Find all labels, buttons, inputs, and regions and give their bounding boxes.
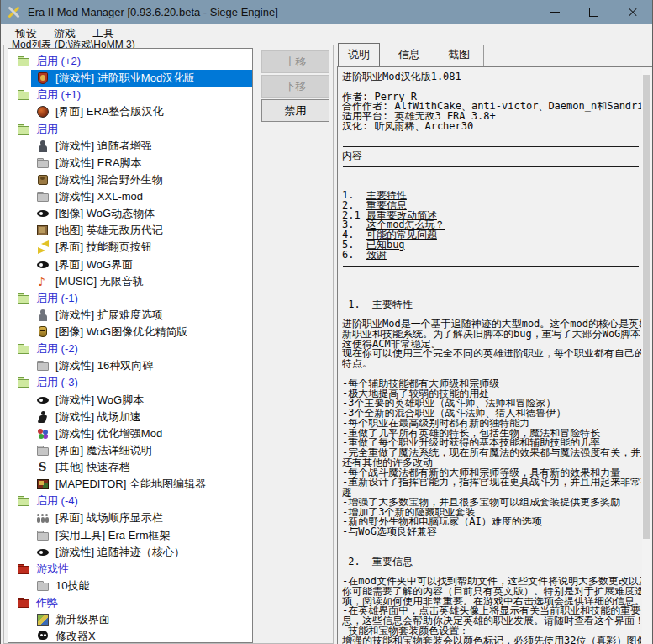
description-line bbox=[342, 172, 641, 182]
move-down-button[interactable]: 下移 bbox=[261, 75, 329, 98]
description-line: 增强的技能和宝物套装会以颜色标记，必须先使用32位（真彩）图像模式才能获得 bbox=[342, 636, 641, 644]
list-item[interactable]: [游戏性] XXL-mod bbox=[8, 188, 252, 205]
list-item[interactable]: 修改器X bbox=[8, 628, 252, 643]
list-item[interactable]: [MAPEDITOR] 全能地图编辑器 bbox=[8, 476, 252, 493]
toc-link[interactable]: 1. 主要特性 bbox=[342, 191, 641, 201]
list-item[interactable]: [其他] 快速存档 bbox=[8, 459, 252, 476]
disable-button[interactable]: 禁用 bbox=[261, 99, 329, 122]
list-item[interactable]: [游戏性] 扩展难度选项 bbox=[8, 307, 252, 324]
group-row[interactable]: 启用 (+1) bbox=[8, 87, 252, 103]
list-item[interactable]: [游戏性] WoG脚本 bbox=[8, 392, 252, 409]
list-item[interactable]: [实用工具] Era Erm框架 bbox=[8, 527, 252, 544]
folder-red-icon bbox=[17, 596, 30, 610]
group-row[interactable]: 游戏性 bbox=[8, 561, 252, 578]
list-item[interactable]: [游戏性] 优化增强Mod bbox=[8, 425, 252, 442]
tab-info[interactable]: 信息 bbox=[385, 45, 434, 66]
group-row[interactable]: 启用 bbox=[8, 121, 252, 138]
row-label: [游戏性] 战场加速 bbox=[55, 409, 141, 425]
row-label: [游戏性] 进阶职业Mod汉化版 bbox=[55, 71, 195, 86]
vertical-scrollbar[interactable] bbox=[642, 68, 651, 644]
description-line: -重做了每个职业升级时获得的基本技能和辅助技能的几率 bbox=[342, 438, 641, 448]
description-line: 新职业和技能系统。为了解决旧脚本的bug，重写了大部分WoG脚本， bbox=[342, 330, 641, 340]
tabstrip: 说明 信息 截图 bbox=[338, 46, 484, 66]
app-icon bbox=[7, 5, 21, 19]
group-row[interactable]: 启用 (-1) bbox=[8, 290, 252, 307]
list-item[interactable]: [MUSIC] 无限音轨 bbox=[8, 273, 252, 290]
list-item[interactable]: [游戏性] 进阶职业Mod汉化版 bbox=[8, 70, 252, 87]
description-line: 适用平台: 英雄无敌3 ERA 3.8+ bbox=[342, 112, 641, 122]
row-label: [游戏性] WoG脚本 bbox=[55, 393, 144, 408]
description-line: 你可能需要了解的内容（目前只有英文版）。特别是对于扩展难度选 bbox=[342, 587, 641, 597]
eye-icon bbox=[36, 207, 50, 220]
folder-green-icon bbox=[17, 55, 30, 68]
group-row[interactable]: 启用 (-4) bbox=[8, 493, 252, 509]
group-row[interactable]: 启用 (+2) bbox=[8, 53, 252, 70]
toc-link[interactable]: 2. 重要信息 bbox=[342, 201, 641, 211]
list-item[interactable]: [界面] 战场顺序显示栏 bbox=[8, 509, 252, 526]
description-line: -新的野外生物和电脑玩家（AI）难度的选项 bbox=[342, 517, 641, 527]
move-up-button[interactable]: 上移 bbox=[261, 50, 329, 73]
tab-screenshots[interactable]: 截图 bbox=[434, 45, 484, 66]
row-label: [地图] 英雄无敌历代记 bbox=[55, 223, 163, 238]
group-row[interactable]: 启用 (-3) bbox=[8, 374, 252, 391]
description-line: -增强了大多数宝物，并且很多宝物可以组成套装提供更多奖励 bbox=[342, 498, 641, 508]
tab-description[interactable]: 说明 bbox=[338, 43, 380, 66]
pharaoh-icon bbox=[36, 325, 50, 339]
description-line: 项，阅读如何使用非常重要。在游戏中右击选项会提供详细的信息。 bbox=[342, 597, 641, 607]
group-row[interactable]: 启用 (-2) bbox=[8, 340, 252, 357]
description-line: -在英雄界面中，点击英雄头像上将显示有关当前职业和技能的重要信 bbox=[342, 606, 641, 616]
list-item[interactable]: [游戏性] 16种双向碑 bbox=[8, 357, 252, 374]
toc-link[interactable]: 3. 这个mod怎么玩？ bbox=[342, 220, 641, 230]
list-item[interactable]: [游戏性] 战场加速 bbox=[8, 409, 252, 425]
scrollbar-thumb[interactable] bbox=[643, 75, 650, 539]
list-item[interactable]: [游戏性] 追随神迹（核心） bbox=[8, 544, 252, 561]
list-item[interactable]: [地图] 英雄无敌历代记 bbox=[8, 222, 252, 239]
row-label: [游戏性] 优化增强Mod bbox=[55, 426, 162, 441]
description-line: -重新设计了指挥官能力，指挥官现在更具战斗力，并且用起来非常有 bbox=[342, 478, 641, 488]
eye-icon bbox=[36, 546, 50, 559]
folder-green-icon bbox=[17, 88, 30, 102]
list-item[interactable]: [游戏性] 追随者增强 bbox=[8, 138, 252, 155]
row-label: [界面] WoG界面 bbox=[55, 257, 133, 272]
list-item[interactable]: [游戏性] 混合野外生物 bbox=[8, 172, 252, 188]
map-icon bbox=[36, 224, 50, 237]
row-label: [MAPEDITOR] 全能地图编辑器 bbox=[55, 477, 206, 492]
toc-link[interactable]: 6. 致谢 bbox=[342, 251, 641, 261]
maximize-button[interactable] bbox=[575, 0, 614, 24]
description-line: 现在你可以使用三个完全不同的英雄进阶职业，每个职业都有自己的 bbox=[342, 349, 641, 359]
knight-icon bbox=[36, 309, 50, 322]
list-item[interactable]: [界面] WoG界面 bbox=[8, 256, 252, 273]
group-row[interactable]: 作弊 bbox=[8, 594, 252, 611]
list-item[interactable]: 10技能 bbox=[8, 578, 252, 594]
toc-link[interactable]: 4. 可能的常见问题 bbox=[342, 230, 641, 240]
horizontal-rule bbox=[342, 261, 641, 271]
description-line: 息，这些信息会帮助你决定英雄的职业发展。请随时查看这个界面！ bbox=[342, 616, 641, 626]
close-button[interactable] bbox=[614, 0, 652, 24]
list-item[interactable]: [游戏性] ERA脚本 bbox=[8, 155, 252, 172]
description-line bbox=[342, 309, 641, 319]
mod-list[interactable]: 启用 (+2)[游戏性] 进阶职业Mod汉化版启用 (+1)[界面] ERA整合… bbox=[8, 48, 253, 643]
description-line bbox=[342, 547, 641, 557]
folder-red-icon bbox=[17, 562, 30, 576]
minimize-button[interactable] bbox=[536, 0, 575, 24]
folder-gray-icon bbox=[36, 579, 50, 593]
row-label: [MUSIC] 无限音轨 bbox=[55, 274, 144, 289]
row-label: [游戏性] 追随神迹（核心） bbox=[55, 545, 185, 560]
list-item[interactable]: [界面] 技能翻页按钮 bbox=[8, 239, 252, 256]
eye-icon bbox=[36, 393, 50, 407]
toc-link[interactable]: 2.1 最重要改动简述 bbox=[342, 211, 641, 221]
list-item[interactable]: [图像] WoG图像优化精简版 bbox=[8, 324, 252, 340]
list-item[interactable]: [界面] 魔法详细说明 bbox=[8, 442, 252, 459]
list-item[interactable]: [界面] ERA整合版汉化 bbox=[8, 103, 252, 120]
folder-green-icon bbox=[17, 494, 30, 508]
row-label: [游戏性] ERA脚本 bbox=[55, 156, 142, 171]
description-line: -技能和宝物套装颜色设置： bbox=[342, 626, 641, 636]
toc-link[interactable]: 5. 已知bug bbox=[342, 240, 641, 251]
list-item[interactable]: 新升级界面 bbox=[8, 611, 252, 628]
person-icon bbox=[36, 140, 50, 153]
description-line: 进阶职业Mod汉化版1.081 bbox=[342, 72, 641, 82]
description-line: 作者: Perry R bbox=[342, 92, 641, 103]
folder-gray-icon bbox=[36, 444, 50, 457]
row-label: [图像] WoG动态物体 bbox=[55, 206, 155, 221]
list-item[interactable]: [图像] WoG动态物体 bbox=[8, 205, 252, 222]
